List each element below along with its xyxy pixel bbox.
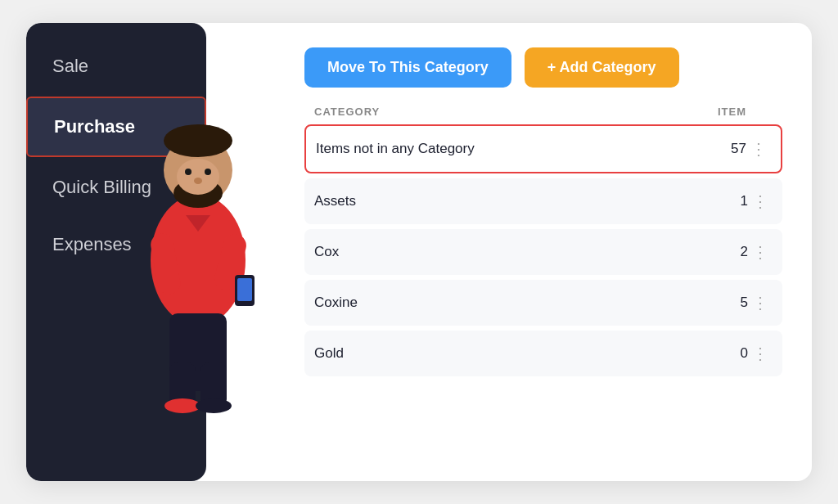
row-more-icon[interactable]: ⋮ <box>748 191 773 211</box>
sidebar: Sale Purchase Quick Billing Expenses <box>26 23 206 481</box>
row-item-count: 57 <box>705 141 746 157</box>
row-more-icon[interactable]: ⋮ <box>748 293 773 313</box>
sidebar-item-purchase[interactable]: Purchase <box>26 97 206 157</box>
table-container: CATEGORY ITEM Items not in any Category5… <box>304 106 782 457</box>
table-row[interactable]: Gold0⋮ <box>304 331 782 376</box>
row-category-label: Coxine <box>314 295 707 311</box>
row-category-label: Assets <box>314 193 707 209</box>
row-item-count: 2 <box>707 244 748 260</box>
row-category-label: Items not in any Category <box>316 141 705 157</box>
row-category-label: Gold <box>314 345 707 362</box>
add-category-button[interactable]: + Add Category <box>525 47 679 88</box>
table-row[interactable]: Cox2⋮ <box>304 229 782 275</box>
sidebar-item-expenses[interactable]: Expenses <box>26 216 206 273</box>
row-item-count: 1 <box>707 193 748 209</box>
table-row[interactable]: Coxine5⋮ <box>304 280 782 326</box>
sidebar-item-quick-billing[interactable]: Quick Billing <box>26 159 206 216</box>
table-rows-container: Items not in any Category57⋮Assets1⋮Cox2… <box>304 124 782 376</box>
move-to-category-button[interactable]: Move To This Category <box>304 47 511 88</box>
table-row[interactable]: Items not in any Category57⋮ <box>304 124 782 173</box>
table-header: CATEGORY ITEM <box>304 106 782 124</box>
content-area: Move To This Category + Add Category CAT… <box>206 23 812 481</box>
row-item-count: 5 <box>707 295 748 311</box>
sidebar-item-sale[interactable]: Sale <box>26 38 206 95</box>
main-container: Sale Purchase Quick Billing Expenses <box>26 23 812 481</box>
row-more-icon[interactable]: ⋮ <box>748 344 773 363</box>
top-buttons: Move To This Category + Add Category <box>304 47 782 88</box>
table-row[interactable]: Assets1⋮ <box>304 178 782 224</box>
header-item: ITEM <box>707 106 773 118</box>
row-item-count: 0 <box>707 345 748 362</box>
row-more-icon[interactable]: ⋮ <box>748 242 773 262</box>
header-category: CATEGORY <box>314 106 707 118</box>
row-more-icon[interactable]: ⋮ <box>746 139 771 159</box>
row-category-label: Cox <box>314 244 707 260</box>
